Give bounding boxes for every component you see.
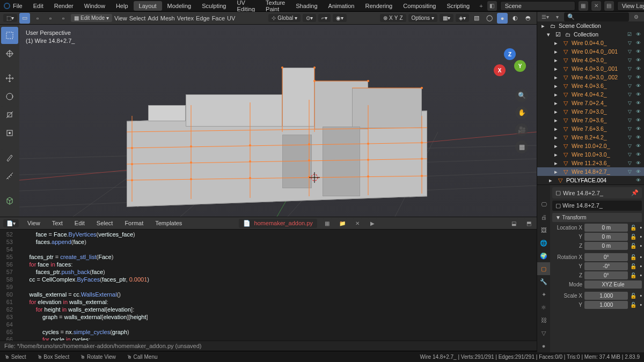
- navigation-gizmo[interactable]: Z X Y: [494, 48, 526, 80]
- vp-face[interactable]: Face: [212, 15, 225, 21]
- persp-icon[interactable]: ▦: [515, 141, 528, 153]
- cursor-tool-icon[interactable]: ▭: [19, 13, 30, 24]
- menu-window[interactable]: Window: [79, 1, 111, 11]
- outliner-item[interactable]: ▸▽Wire 4.0+3.0_.002▽👁: [537, 73, 644, 82]
- axis-y[interactable]: Y: [514, 60, 526, 72]
- vp-vertex[interactable]: Vertex: [177, 15, 194, 21]
- script-selector[interactable]: 📄 homemaker_addon.py: [239, 219, 317, 228]
- ptab-output[interactable]: 🖨: [537, 211, 550, 224]
- outliner-item[interactable]: ▸▽Wire 0.0+4.0_.001▽👁: [537, 47, 644, 56]
- scene-remove-icon[interactable]: ✕: [591, 1, 601, 11]
- matprev-shade-icon[interactable]: ◐: [510, 13, 521, 24]
- cursor-tool[interactable]: [1, 45, 18, 62]
- tab-compositing[interactable]: Compositing: [398, 1, 441, 11]
- te-format[interactable]: Format: [121, 219, 147, 227]
- outliner-item[interactable]: ▸▽Wire 4.0+4.2_▽👁: [537, 90, 644, 99]
- tab-layout[interactable]: Layout: [134, 1, 162, 11]
- ptab-particles[interactable]: ✦: [537, 288, 550, 301]
- options-dropdown[interactable]: Options ▾: [408, 14, 437, 22]
- outliner-item[interactable]: ▸▽Wire 7.0+3.6_▽👁: [537, 116, 644, 124]
- zoom-icon[interactable]: 🔍: [515, 89, 528, 102]
- pan-icon[interactable]: ✋: [515, 106, 528, 119]
- tab-shading[interactable]: Shading: [290, 1, 323, 11]
- outliner-search[interactable]: 🔍: [564, 12, 629, 21]
- scene-selector[interactable]: Scene: [500, 1, 575, 11]
- move-tool[interactable]: [1, 70, 18, 87]
- obj-name-field[interactable]: ▢ Wire 14.8+2.7_: [552, 201, 642, 211]
- ptab-material[interactable]: ●: [537, 339, 550, 352]
- te-view[interactable]: View: [24, 219, 43, 227]
- ptab-render[interactable]: 🖵: [537, 198, 550, 211]
- transform-section[interactable]: ▼ Transform: [552, 213, 642, 222]
- xray-icon[interactable]: ▧: [471, 13, 482, 24]
- vp-add[interactable]: Add: [148, 15, 158, 21]
- loc-x[interactable]: 0 m: [584, 224, 628, 232]
- ptab-scene[interactable]: 🌐: [537, 237, 550, 249]
- tab-rendering[interactable]: Rendering: [360, 1, 398, 11]
- code-content[interactable]: face = Face.ByVertices(vertices_face) fa…: [16, 230, 537, 341]
- menu-edit[interactable]: Edit: [28, 1, 49, 11]
- select-box-tool[interactable]: [1, 27, 18, 44]
- scene-icon[interactable]: ◧: [487, 1, 497, 11]
- vp-uv[interactable]: UV: [227, 15, 235, 21]
- script-browse-icon[interactable]: ▦: [323, 218, 332, 228]
- menu-help[interactable]: Help: [111, 1, 134, 11]
- rotate-tool-icon[interactable]: ▫: [45, 13, 56, 24]
- snap-icon[interactable]: ⌐▾: [318, 14, 331, 22]
- vp-view[interactable]: View: [114, 15, 127, 21]
- text-editor[interactable]: 525354555657585960616263646566676869 fac…: [0, 230, 537, 341]
- outliner-item[interactable]: ▸▽Wire 14.8+2.7_▽👁: [537, 167, 644, 176]
- pivot-icon[interactable]: ⊙▾: [303, 14, 316, 22]
- menu-render[interactable]: Render: [49, 1, 79, 11]
- orientation-selector[interactable]: ⊹ Global ▾: [268, 14, 301, 22]
- outliner-mode-icon[interactable]: ▾: [552, 12, 562, 21]
- props-breadcrumb[interactable]: ▢ Wire 14.8+2.7_ 📌: [552, 187, 642, 198]
- rotate-tool[interactable]: [1, 88, 18, 105]
- loc-z[interactable]: 0 m: [584, 242, 628, 250]
- move-tool-icon[interactable]: ▫: [32, 13, 43, 24]
- text-editor-type-icon[interactable]: 📄▾: [3, 219, 19, 227]
- script-new-icon[interactable]: 📁: [338, 218, 347, 228]
- outliner-item[interactable]: ▸▽Wire 7.0+3.0_▽👁: [537, 107, 644, 116]
- ptab-constraints[interactable]: ⛓: [537, 314, 550, 327]
- outliner-item[interactable]: ▸▽Wire 8.2+4.2_▽👁: [537, 133, 644, 142]
- te-edit[interactable]: Edit: [71, 219, 88, 227]
- solid-shade-icon[interactable]: ●: [497, 13, 508, 24]
- scale-tool[interactable]: [1, 106, 18, 123]
- outliner[interactable]: ▸🗀Scene Collection ▾☑🗀Collection☑👁 ▸▽Wir…: [537, 21, 644, 184]
- rot-z[interactable]: 0°: [584, 271, 628, 279]
- te-templates[interactable]: Templates: [152, 219, 185, 227]
- wireframe-shade-icon[interactable]: ◯: [484, 13, 495, 24]
- rendered-shade-icon[interactable]: ◓: [523, 13, 533, 24]
- ptab-modifiers[interactable]: 🔧: [537, 275, 550, 288]
- outliner-item[interactable]: ▸▽Wire 7.0+2.4_▽👁: [537, 99, 644, 107]
- editor-type-icon[interactable]: ⬚▾: [3, 14, 17, 22]
- menu-file[interactable]: File: [8, 1, 28, 11]
- loc-y[interactable]: 0 m: [584, 233, 628, 241]
- script-remove-icon[interactable]: ✕: [353, 218, 362, 228]
- outliner-item[interactable]: ▸▽Wire 10.0+3.0_▽👁: [537, 150, 644, 159]
- transform-tool[interactable]: [1, 124, 18, 142]
- scale-tool-icon[interactable]: ▫: [58, 13, 69, 24]
- tab-modeling[interactable]: Modeling: [162, 1, 197, 11]
- scene-browse-icon[interactable]: ▦: [579, 1, 588, 11]
- ptab-object[interactable]: ▢: [537, 262, 550, 275]
- rot-mode[interactable]: XYZ Eule: [584, 280, 642, 289]
- 3d-viewport[interactable]: User Perspective (1) Wire 14.8+2.7_ Z X …: [19, 25, 537, 217]
- tab-animation[interactable]: Animation: [323, 1, 360, 11]
- mirror-icon[interactable]: ⊛ X Y Z: [380, 14, 406, 22]
- syntax-icon[interactable]: ⬒: [524, 218, 533, 228]
- vp-mesh[interactable]: Mesh: [160, 15, 175, 21]
- outliner-item[interactable]: ▸▽Wire 4.0+3.6_▽👁: [537, 82, 644, 90]
- viewlayer-icon[interactable]: ▤: [604, 1, 614, 11]
- axis-x[interactable]: X: [494, 64, 506, 76]
- tab-add-icon[interactable]: +: [475, 1, 487, 11]
- outliner-item[interactable]: ▸▽Wire 0.0+4.0_▽👁: [537, 39, 644, 47]
- ptab-world[interactable]: 🌍: [537, 249, 550, 262]
- viewlayer-selector[interactable]: View Layer: [617, 1, 644, 11]
- scale-x[interactable]: 1.000: [584, 292, 628, 300]
- vp-edge[interactable]: Edge: [196, 15, 210, 21]
- ptab-physics[interactable]: ⚛: [537, 301, 550, 314]
- text-wrap-icon[interactable]: ⬓: [509, 218, 518, 228]
- te-select[interactable]: Select: [93, 219, 116, 227]
